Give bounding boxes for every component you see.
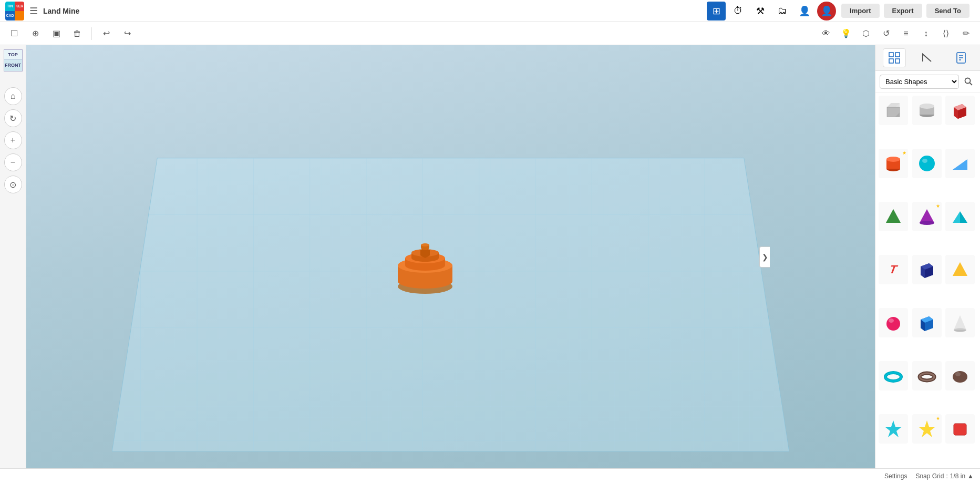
collapse-panel-btn[interactable]: ❯ [759,246,770,268]
light-btn[interactable]: 💡 [837,25,855,43]
shape-wedge-blue[interactable] [945,149,975,178]
flip-btn[interactable]: ↕ [917,25,935,43]
main-area: TOP FRONT ⌂ ↻ + − ⊙ [0,45,980,468]
shape-sphere-teal[interactable] [912,149,942,178]
topbar: TIN KER CAD ☰ Land Mine ⊞ ⏱ ⚒ 🗂 👤 👤 Impo… [0,0,980,22]
svg-point-68 [953,371,967,383]
logo-empty [15,11,24,20]
shapes-category-select[interactable]: Basic Shapes Letters Math Featured [880,75,959,89]
canvas-area[interactable]: ❯ [26,45,875,468]
notes-icon [955,52,967,64]
svg-point-25 [965,78,971,84]
group-btn[interactable]: ⟨⟩ [937,25,955,43]
shape-torus-teal[interactable] [879,361,908,390]
shapes-header: Basic Shapes Letters Math Featured [875,71,980,93]
svg-rect-72 [954,424,966,435]
shape-text-red[interactable]: T [879,255,908,284]
svg-point-40 [886,157,900,162]
hamburger-icon[interactable]: ☰ [29,5,38,17]
orbit-btn[interactable]: ↻ [4,109,22,127]
topbar-tinker-btn[interactable]: ⚒ [751,2,770,20]
toolbar-divider [91,27,92,40]
app-logo[interactable]: TIN KER CAD [5,2,24,20]
shape-box-red[interactable] [945,96,975,125]
delete-btn[interactable]: 🗑 [68,25,86,43]
redo-btn[interactable]: ↪ [118,25,136,43]
shape-box-gray[interactable] [879,96,908,125]
svg-point-33 [920,104,934,109]
camera-btn[interactable]: 👁 [817,25,835,43]
shape-star-teal[interactable] [879,414,908,444]
align-btn[interactable]: ≡ [897,25,915,43]
svg-point-48 [920,221,934,225]
shape-btn[interactable]: ⬡ [857,25,875,43]
send-to-btn[interactable]: Send To [926,4,969,18]
shapes-search-btn[interactable] [961,74,976,89]
shape-cone-silver[interactable] [945,308,975,337]
svg-rect-17 [889,53,893,57]
reset-view-btn[interactable]: ⊙ [4,176,22,193]
star-badge: ★ [902,150,906,156]
shape-cylinder-gray[interactable] [912,96,942,125]
shape-pyramid-green[interactable] [879,202,908,231]
star-badge-yellow: ★ [936,416,940,421]
svg-marker-44 [953,159,967,170]
rotate-btn[interactable]: ↺ [877,25,895,43]
toolbar-right: 👁 💡 ⬡ ↺ ≡ ↕ ⟨⟩ ✏ [817,25,975,43]
shape-sphere-pink[interactable] [879,308,908,337]
collapse-icon: ❯ [762,253,768,261]
svg-marker-55 [953,262,967,276]
svg-rect-20 [895,59,900,63]
workplane-btn[interactable]: ▣ [47,25,65,43]
tab-notes[interactable] [950,48,973,67]
edit-btn[interactable]: ✏ [957,25,975,43]
view-cube-front: FRONT [4,59,23,71]
search-icon [964,77,973,86]
svg-marker-63 [954,315,966,330]
tab-grid[interactable] [883,48,906,67]
expand-snap-icon[interactable]: ▲ [967,472,974,480]
home-view-btn[interactable]: ⌂ [4,87,22,105]
right-panel: Basic Shapes Letters Math Featured [875,45,980,468]
zoom-in-btn[interactable]: + [4,131,22,149]
grid-icon [889,52,900,64]
svg-point-56 [886,317,900,331]
right-tabs [875,45,980,71]
svg-marker-46 [886,209,901,223]
import-btn[interactable]: Import [841,4,879,18]
undo-btn[interactable]: ↩ [97,25,115,43]
svg-marker-2 [112,158,789,451]
shape-box-blue[interactable] [912,308,942,337]
3d-model [391,243,459,291]
topbar-profile-btn[interactable]: 👤 [817,2,836,20]
shape-pyramid-yellow[interactable] [945,255,975,284]
shape-prism-teal[interactable] [945,202,975,231]
shape-star-yellow[interactable]: ★ [912,414,942,444]
topbar-files-btn[interactable]: 🗂 [773,2,792,20]
view-cube[interactable]: TOP FRONT [2,49,25,81]
shape-red2[interactable] [945,414,975,444]
svg-line-26 [970,83,973,86]
zoom-out-btn[interactable]: − [4,153,22,171]
shape-cone-purple[interactable]: ★ [912,202,942,231]
svg-marker-49 [953,211,960,223]
toolbar: ☐ ⊕ ▣ 🗑 ↩ ↪ 👁 💡 ⬡ ↺ ≡ ↕ ⟨⟩ ✏ [0,22,980,45]
tab-angle[interactable] [916,48,939,67]
new-shape-btn[interactable]: ☐ [5,25,23,43]
shape-box-navy[interactable] [912,255,942,284]
shape-cylinder-orange[interactable]: ★ [879,149,908,178]
topbar-add-user-btn[interactable]: 👤 [795,2,814,20]
left-panel: TOP FRONT ⌂ ↻ + − ⊙ [0,45,26,468]
project-name[interactable]: Land Mine [43,7,79,15]
topbar-recent-btn[interactable]: ⏱ [729,2,748,20]
shape-torus-brown[interactable] [912,361,942,390]
statusbar: Settings Snap Grid: 1/8 in ▲ [0,468,980,483]
settings-link[interactable]: Settings [884,472,907,480]
export-btn[interactable]: Export [884,4,922,18]
model-svg [391,243,459,296]
action-buttons: Import Export Send To [841,4,975,18]
svg-rect-18 [895,53,900,57]
topbar-home-btn[interactable]: ⊞ [707,2,726,20]
shape-brown-blob[interactable] [945,361,975,390]
copy-shape-btn[interactable]: ⊕ [26,25,44,43]
